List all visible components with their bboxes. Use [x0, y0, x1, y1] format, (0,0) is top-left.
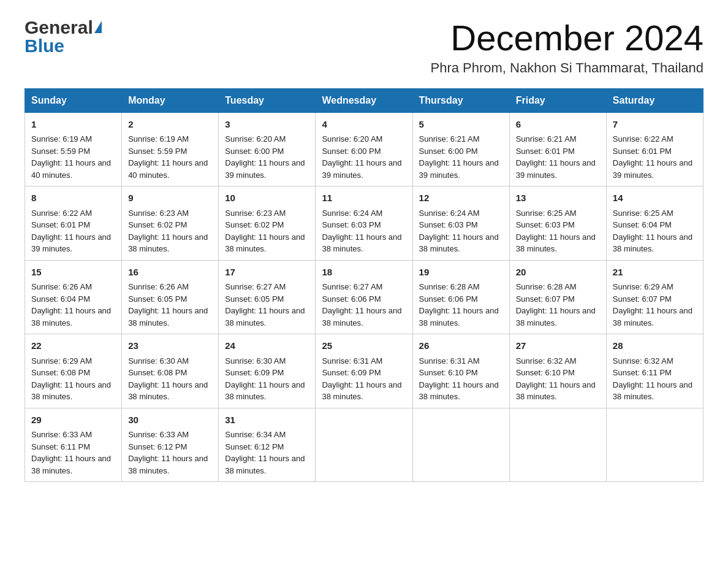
calendar-cell: 15Sunrise: 6:26 AMSunset: 6:04 PMDayligh… — [25, 260, 122, 334]
calendar-header-row: SundayMondayTuesdayWednesdayThursdayFrid… — [25, 88, 703, 112]
sunset-label: Sunset: 6:10 PM — [419, 368, 478, 377]
calendar-cell: 27Sunrise: 6:32 AMSunset: 6:10 PMDayligh… — [509, 334, 606, 408]
calendar-table: SundayMondayTuesdayWednesdayThursdayFrid… — [25, 88, 703, 483]
calendar-cell: 21Sunrise: 6:29 AMSunset: 6:07 PMDayligh… — [606, 260, 703, 334]
daylight-label: Daylight: 11 hours and 38 minutes. — [31, 306, 111, 327]
day-number: 25 — [322, 339, 406, 353]
day-number: 8 — [31, 191, 115, 205]
sunset-label: Sunset: 6:12 PM — [225, 442, 284, 451]
day-number: 28 — [613, 339, 697, 353]
sunset-label: Sunset: 6:11 PM — [31, 442, 90, 451]
daylight-label: Daylight: 11 hours and 38 minutes. — [419, 232, 499, 254]
daylight-label: Daylight: 11 hours and 38 minutes. — [128, 380, 208, 402]
sunrise-label: Sunrise: 6:21 AM — [419, 134, 480, 144]
day-number: 16 — [128, 266, 212, 280]
logo: General Blue — [25, 18, 102, 55]
sunrise-label: Sunrise: 6:28 AM — [516, 282, 577, 291]
daylight-label: Daylight: 11 hours and 38 minutes. — [322, 306, 401, 327]
day-number: 23 — [128, 339, 212, 353]
sunset-label: Sunset: 5:59 PM — [31, 147, 90, 156]
sunset-label: Sunset: 6:00 PM — [322, 147, 381, 156]
sunset-label: Sunset: 6:06 PM — [322, 294, 381, 304]
header-thursday: Thursday — [412, 88, 509, 112]
calendar-cell: 7Sunrise: 6:22 AMSunset: 6:01 PMDaylight… — [606, 112, 703, 186]
logo-triangle-icon — [94, 21, 102, 33]
logo-blue-text: Blue — [25, 36, 64, 56]
sunset-label: Sunset: 6:07 PM — [613, 294, 672, 304]
day-number: 29 — [31, 413, 115, 427]
sunset-label: Sunset: 6:00 PM — [225, 147, 284, 156]
sunset-label: Sunset: 6:02 PM — [128, 220, 187, 229]
day-number: 12 — [419, 191, 503, 205]
day-number: 31 — [225, 413, 309, 427]
daylight-label: Daylight: 11 hours and 38 minutes. — [613, 232, 692, 254]
calendar-cell — [606, 408, 703, 482]
daylight-label: Daylight: 11 hours and 39 minutes. — [322, 158, 401, 180]
daylight-label: Daylight: 11 hours and 39 minutes. — [419, 158, 499, 180]
daylight-label: Daylight: 11 hours and 38 minutes. — [128, 306, 208, 327]
daylight-label: Daylight: 11 hours and 38 minutes. — [322, 380, 401, 402]
calendar-cell — [412, 408, 509, 482]
header-saturday: Saturday — [606, 88, 703, 112]
sunset-label: Sunset: 6:04 PM — [613, 220, 672, 229]
calendar-cell: 2Sunrise: 6:19 AMSunset: 5:59 PMDaylight… — [122, 112, 219, 186]
calendar-cell: 12Sunrise: 6:24 AMSunset: 6:03 PMDayligh… — [412, 186, 509, 261]
sunrise-label: Sunrise: 6:21 AM — [516, 134, 577, 144]
day-number: 24 — [225, 339, 309, 353]
day-number: 11 — [322, 191, 406, 205]
calendar-cell: 16Sunrise: 6:26 AMSunset: 6:05 PMDayligh… — [122, 260, 219, 334]
sunrise-label: Sunrise: 6:30 AM — [128, 356, 189, 366]
day-number: 30 — [128, 413, 212, 427]
sunrise-label: Sunrise: 6:27 AM — [322, 282, 382, 291]
daylight-label: Daylight: 11 hours and 38 minutes. — [516, 380, 596, 402]
calendar-cell: 19Sunrise: 6:28 AMSunset: 6:06 PMDayligh… — [412, 260, 509, 334]
sunrise-label: Sunrise: 6:19 AM — [31, 134, 92, 144]
sunrise-label: Sunrise: 6:24 AM — [419, 209, 480, 218]
calendar-cell: 31Sunrise: 6:34 AMSunset: 6:12 PMDayligh… — [219, 408, 316, 482]
daylight-label: Daylight: 11 hours and 38 minutes. — [31, 454, 111, 475]
calendar-cell: 30Sunrise: 6:33 AMSunset: 6:12 PMDayligh… — [122, 408, 219, 482]
daylight-label: Daylight: 11 hours and 38 minutes. — [613, 306, 692, 327]
day-number: 6 — [516, 118, 600, 132]
sunset-label: Sunset: 6:09 PM — [322, 368, 381, 377]
day-number: 9 — [128, 191, 212, 205]
daylight-label: Daylight: 11 hours and 39 minutes. — [31, 232, 111, 254]
day-number: 19 — [419, 266, 503, 280]
sunset-label: Sunset: 5:59 PM — [128, 147, 187, 156]
day-number: 14 — [613, 191, 697, 205]
header-wednesday: Wednesday — [316, 88, 412, 112]
page-header: General Blue December 2024 Phra Phrom, N… — [25, 18, 703, 76]
sunrise-label: Sunrise: 6:28 AM — [419, 282, 480, 291]
daylight-label: Daylight: 11 hours and 38 minutes. — [128, 232, 208, 254]
day-number: 17 — [225, 266, 309, 280]
day-number: 15 — [31, 266, 115, 280]
calendar-cell: 1Sunrise: 6:19 AMSunset: 5:59 PMDaylight… — [25, 112, 122, 186]
sunrise-label: Sunrise: 6:27 AM — [225, 282, 286, 291]
sunrise-label: Sunrise: 6:20 AM — [322, 134, 382, 144]
sunrise-label: Sunrise: 6:30 AM — [225, 356, 286, 366]
calendar-week-4: 22Sunrise: 6:29 AMSunset: 6:08 PMDayligh… — [25, 334, 703, 408]
calendar-cell: 8Sunrise: 6:22 AMSunset: 6:01 PMDaylight… — [25, 186, 122, 261]
sunrise-label: Sunrise: 6:33 AM — [128, 430, 189, 439]
sunset-label: Sunset: 6:08 PM — [31, 368, 90, 377]
sunset-label: Sunset: 6:01 PM — [613, 147, 672, 156]
sunrise-label: Sunrise: 6:23 AM — [128, 209, 189, 218]
calendar-cell — [509, 408, 606, 482]
sunrise-label: Sunrise: 6:19 AM — [128, 134, 189, 144]
sunset-label: Sunset: 6:05 PM — [128, 294, 187, 304]
day-number: 7 — [613, 118, 697, 132]
daylight-label: Daylight: 11 hours and 39 minutes. — [225, 158, 305, 180]
calendar-cell: 5Sunrise: 6:21 AMSunset: 6:00 PMDaylight… — [412, 112, 509, 186]
daylight-label: Daylight: 11 hours and 38 minutes. — [516, 232, 596, 254]
sunset-label: Sunset: 6:09 PM — [225, 368, 284, 377]
calendar-cell: 3Sunrise: 6:20 AMSunset: 6:00 PMDaylight… — [219, 112, 316, 186]
calendar-cell — [316, 408, 412, 482]
calendar-cell: 22Sunrise: 6:29 AMSunset: 6:08 PMDayligh… — [25, 334, 122, 408]
sunset-label: Sunset: 6:11 PM — [613, 368, 672, 377]
logo-general-text: General — [25, 18, 93, 37]
day-number: 3 — [225, 118, 309, 132]
daylight-label: Daylight: 11 hours and 38 minutes. — [225, 232, 305, 254]
sunset-label: Sunset: 6:06 PM — [419, 294, 478, 304]
title-block: December 2024 Phra Phrom, Nakhon Si Tham… — [430, 18, 703, 76]
sunrise-label: Sunrise: 6:32 AM — [516, 356, 577, 366]
